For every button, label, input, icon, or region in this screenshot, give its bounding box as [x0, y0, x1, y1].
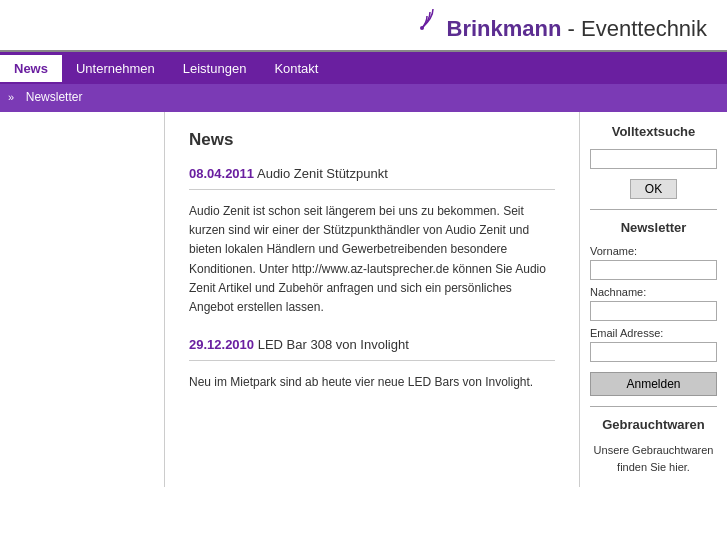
article-1-date: 08.04.2011 [189, 166, 254, 181]
article-1-divider [189, 189, 555, 190]
article-1-body: Audio Zenit ist schon seit längerem bei … [189, 202, 555, 317]
header: Brinkmann - Eventtechnik [0, 0, 727, 52]
email-input[interactable] [590, 342, 717, 362]
logo-text: Brinkmann - Eventtechnik [447, 16, 707, 41]
left-sidebar [0, 112, 165, 487]
search-ok-button[interactable]: OK [630, 179, 677, 199]
logo-signal-icon [407, 4, 437, 35]
email-label: Email Adresse: [590, 327, 717, 339]
svg-point-0 [420, 26, 424, 30]
nachname-label: Nachname: [590, 286, 717, 298]
article-2-body: Neu im Mietpark sind ab heute vier neue … [189, 373, 555, 392]
right-sidebar: Volltextsuche OK Newsletter Vorname: Nac… [579, 112, 727, 487]
nav-bar: News Unternehmen Leistungen Kontakt [0, 52, 727, 84]
article-1-headline-block: 08.04.2011 Audio Zenit Stützpunkt [189, 166, 555, 181]
article-2-divider [189, 360, 555, 361]
search-newsletter-divider [590, 209, 717, 210]
vorname-input[interactable] [590, 260, 717, 280]
newsletter-submit-button[interactable]: Anmelden [590, 372, 717, 396]
article-2-date: 29.12.2010 [189, 337, 254, 352]
main-layout: News 08.04.2011 Audio Zenit Stützpunkt A… [0, 112, 727, 487]
gebrauchtwaren-text: Unsere Gebrauchtwaren finden Sie hier. [590, 442, 717, 475]
nachname-input[interactable] [590, 301, 717, 321]
nav-item-kontakt[interactable]: Kontakt [260, 55, 332, 82]
newsletter-gebrauchtwaren-divider [590, 406, 717, 407]
article-1-headline: Audio Zenit Stützpunkt [257, 166, 388, 181]
article-2-headline-block: 29.12.2010 LED Bar 308 von Involight [189, 337, 555, 352]
vorname-label: Vorname: [590, 245, 717, 257]
sub-nav-newsletter[interactable]: Newsletter [20, 88, 89, 106]
center-content: News 08.04.2011 Audio Zenit Stützpunkt A… [165, 112, 579, 487]
nav-item-leistungen[interactable]: Leistungen [169, 55, 261, 82]
logo-dash: - [561, 16, 581, 41]
newsletter-widget-title: Newsletter [590, 220, 717, 239]
sub-nav: » Newsletter [0, 84, 727, 112]
logo: Brinkmann - Eventtechnik [407, 8, 707, 42]
search-widget-title: Volltextsuche [590, 124, 717, 143]
logo-name: Eventtechnik [581, 16, 707, 41]
gebrauchtwaren-widget-title: Gebrauchtwaren [590, 417, 717, 436]
search-input[interactable] [590, 149, 717, 169]
page-title: News [189, 130, 555, 150]
logo-brand: Brinkmann [447, 16, 562, 41]
article-2-headline: LED Bar 308 von Involight [258, 337, 409, 352]
nav-item-news[interactable]: News [0, 55, 62, 82]
sub-nav-arrow-icon: » [8, 91, 14, 103]
nav-item-unternehmen[interactable]: Unternehmen [62, 55, 169, 82]
